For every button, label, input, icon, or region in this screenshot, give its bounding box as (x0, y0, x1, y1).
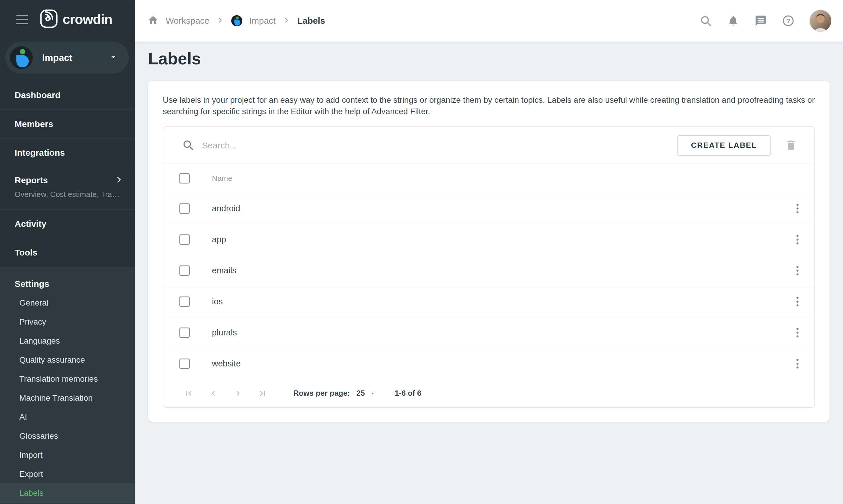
sidebar-item-quality-assurance[interactable]: Quality assurance (0, 350, 134, 370)
labels-toolbar: CREATE LABEL (163, 127, 814, 164)
sidebar-item-tools[interactable]: Tools (0, 238, 134, 267)
previous-page-icon[interactable] (205, 385, 221, 401)
reports-subtitle: Overview, Cost estimate, Transl... (15, 190, 123, 199)
table-row[interactable]: app (163, 224, 814, 255)
help-icon[interactable]: ? (782, 15, 794, 27)
sidebar-item-ai[interactable]: AI (0, 408, 134, 427)
settings-section-title: Settings (0, 274, 134, 293)
labels-description: Use labels in your project for an easy w… (163, 94, 815, 117)
sidebar-item-labels[interactable]: Labels (0, 484, 134, 503)
page-title: Labels (148, 49, 829, 68)
sidebar-item-import[interactable]: Import (0, 446, 134, 465)
delete-trash-icon[interactable] (785, 139, 797, 152)
sidebar-item-general[interactable]: General (0, 293, 134, 312)
topbar-actions: ? (700, 10, 831, 32)
sidebar-item-members[interactable]: Members (0, 109, 134, 138)
project-avatar-impact-icon (10, 46, 33, 69)
search-icon[interactable] (700, 15, 712, 27)
sidebar: crowdin Impact Dashboard Members Integra… (0, 0, 134, 504)
create-label-button[interactable]: CREATE LABEL (677, 135, 771, 156)
breadcrumb: Workspace Impact Labels (147, 15, 325, 27)
labels-card: Use labels in your project for an easy w… (148, 81, 829, 422)
row-checkbox[interactable] (179, 327, 190, 338)
table-row[interactable]: android (163, 193, 814, 224)
sidebar-item-privacy[interactable]: Privacy (0, 312, 134, 331)
svg-text:?: ? (786, 17, 790, 24)
content-area: Labels Use labels in your project for an… (134, 41, 843, 504)
crowdin-logo[interactable]: crowdin (40, 9, 112, 30)
breadcrumb-labels: Labels (298, 16, 325, 26)
label-name: android (212, 204, 240, 213)
crowdin-wordmark: crowdin (62, 12, 112, 27)
chevron-right-icon (217, 16, 224, 25)
sidebar-nav: Dashboard Members Integrations Reports O… (0, 81, 134, 267)
impact-project-icon (231, 15, 243, 26)
breadcrumb-impact[interactable]: Impact (249, 16, 276, 26)
search-icon (182, 139, 194, 152)
sidebar-item-export[interactable]: Export (0, 465, 134, 484)
chevron-down-icon (109, 53, 118, 62)
label-name: plurals (212, 328, 237, 338)
topbar: Workspace Impact Labels (134, 0, 843, 41)
row-menu-kebab-icon[interactable] (793, 263, 802, 278)
sidebar-header: crowdin (0, 0, 134, 39)
rows-per-page-label: Rows per page: (293, 389, 350, 398)
crowdin-logo-icon (40, 9, 58, 30)
home-icon[interactable] (147, 15, 159, 27)
row-checkbox[interactable] (179, 296, 190, 307)
sidebar-item-machine-translation[interactable]: Machine Translation (0, 389, 134, 408)
row-menu-kebab-icon[interactable] (793, 232, 802, 247)
last-page-icon[interactable] (255, 385, 270, 401)
search-input[interactable] (202, 141, 677, 150)
chevron-down-icon (369, 390, 376, 397)
label-name: app (212, 235, 226, 245)
main-column: Workspace Impact Labels (134, 0, 843, 504)
row-checkbox[interactable] (179, 266, 190, 276)
sidebar-item-reports[interactable]: Reports Overview, Cost estimate, Transl.… (0, 167, 134, 209)
sidebar-item-languages[interactable]: Languages (0, 331, 134, 350)
sidebar-item-translation-memories[interactable]: Translation memories (0, 370, 134, 389)
table-row[interactable]: website (163, 348, 814, 379)
table-header-row: Name (163, 164, 814, 193)
sidebar-item-glossaries[interactable]: Glossaries (0, 427, 134, 446)
table-row[interactable]: plurals (163, 317, 814, 348)
row-checkbox[interactable] (179, 359, 190, 369)
sidebar-settings-section: Settings General Privacy Languages Quali… (0, 267, 134, 504)
notifications-bell-icon[interactable] (727, 15, 739, 27)
next-page-icon[interactable] (230, 385, 246, 401)
user-avatar[interactable] (810, 10, 831, 32)
first-page-icon[interactable] (181, 385, 197, 401)
hamburger-menu-icon[interactable] (16, 15, 28, 24)
sidebar-item-integrations[interactable]: Integrations (0, 138, 134, 167)
pagination-bar: Rows per page: 25 1-6 of 6 (163, 379, 814, 407)
label-name: ios (212, 297, 223, 306)
row-checkbox[interactable] (179, 203, 190, 214)
chevron-right-icon (283, 16, 290, 25)
messages-chat-icon[interactable] (755, 15, 767, 27)
row-menu-kebab-icon[interactable] (793, 356, 802, 372)
label-name: website (212, 359, 240, 368)
sidebar-item-dashboard[interactable]: Dashboard (0, 81, 134, 109)
row-checkbox[interactable] (179, 234, 190, 245)
project-switcher[interactable]: Impact (5, 41, 129, 74)
row-menu-kebab-icon[interactable] (793, 294, 802, 309)
table-row[interactable]: ios (163, 286, 814, 317)
breadcrumb-workspace[interactable]: Workspace (166, 16, 210, 26)
select-all-checkbox[interactable] (179, 173, 190, 183)
rows-per-page-select[interactable]: 25 (357, 389, 376, 398)
sidebar-item-activity[interactable]: Activity (0, 209, 134, 238)
column-header-name: Name (212, 174, 232, 183)
labels-table-container: CREATE LABEL Name android app (163, 126, 815, 408)
row-menu-kebab-icon[interactable] (793, 201, 802, 216)
label-name: emails (212, 266, 236, 275)
chevron-right-icon (115, 176, 123, 185)
pagination-range: 1-6 of 6 (395, 389, 422, 398)
row-menu-kebab-icon[interactable] (793, 325, 802, 340)
project-name: Impact (42, 52, 109, 63)
table-row[interactable]: emails (163, 255, 814, 286)
